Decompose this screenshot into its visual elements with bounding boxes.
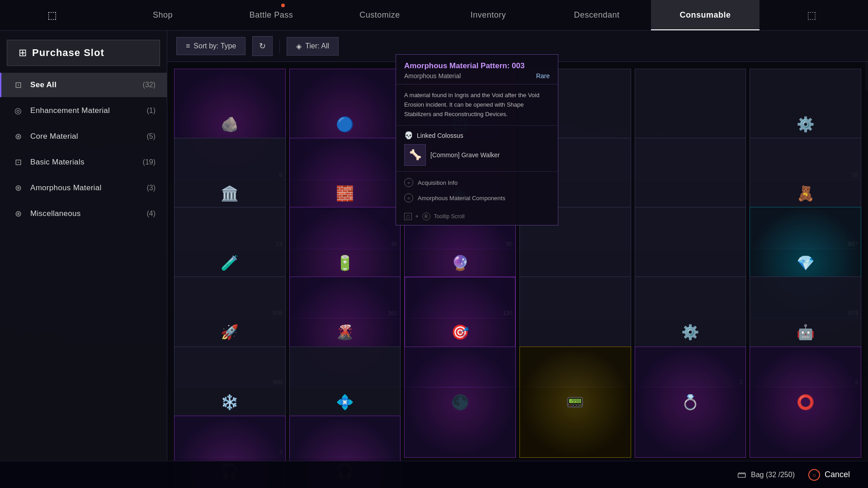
tooltip-popup: Amorphous Material Pattern: 003 Amorphou… xyxy=(396,54,558,225)
item-visual-14: 🔋 xyxy=(336,254,354,272)
nav-descendant-label: Descendant xyxy=(574,10,619,20)
grid-item-30[interactable]: ⭕ xyxy=(750,347,861,458)
linked-item-visual: 🦴 xyxy=(409,149,421,161)
bag-icon: 🗃 xyxy=(737,469,746,480)
sidebar-item-see-all[interactable]: ⊡ See All (32) xyxy=(0,73,167,97)
grid-item-29[interactable]: 💍 xyxy=(635,347,746,458)
tooltip-linked: 💀 Linked Colossus 🦴 [Common] Grave Walke… xyxy=(396,126,558,172)
tier-button[interactable]: ◈ Tier: All xyxy=(287,37,339,56)
tooltip-scroll-hint: □ + R Tooltip Scroll xyxy=(396,209,558,225)
nav-customize[interactable]: Customize xyxy=(326,0,434,30)
nav-consumable[interactable]: Consumable xyxy=(651,0,760,30)
l1-icon: ⬚ xyxy=(47,9,57,21)
item-visual-28: 📟 xyxy=(566,394,584,411)
bag-info: 🗃 Bag (32 /250) xyxy=(737,469,795,480)
tooltip-description: A material found in Ingris and the Void … xyxy=(396,84,558,126)
scroll-hint-text: Tooltip Scroll xyxy=(434,213,465,220)
tier-icon: ◈ xyxy=(296,42,302,51)
refresh-icon: ↻ xyxy=(259,41,266,51)
nav-inventory[interactable]: Inventory xyxy=(434,0,542,30)
cancel-button[interactable]: ○ Cancel xyxy=(808,469,850,481)
top-nav: ⬚ Shop Battle Pass Customize Inventory D… xyxy=(0,0,868,31)
item-visual-20: 🌋 xyxy=(336,324,354,341)
nav-battlepass[interactable]: Battle Pass xyxy=(217,0,326,30)
amorphous-icon: ⊛ xyxy=(13,183,24,193)
nav-shop-label: Shop xyxy=(153,10,173,20)
basic-count: (19) xyxy=(143,158,156,166)
enhancement-label: Enhancement Material xyxy=(30,106,146,115)
r1-icon: ⬚ xyxy=(807,9,817,21)
item-visual-27: 🌑 xyxy=(451,394,469,411)
item-visual-26: 💠 xyxy=(336,394,354,411)
sidebar-item-core[interactable]: ⊛ Core Material (5) xyxy=(0,124,167,149)
linked-title-text: Linked Colossus xyxy=(417,132,463,139)
toolbar-separator xyxy=(279,39,280,53)
scroll-hint-plus: + xyxy=(415,213,419,220)
acquisition-info-action[interactable]: ○ Acquisition Info xyxy=(404,176,550,189)
basic-icon: ⊡ xyxy=(13,157,24,167)
bag-label: Bag (32 /250) xyxy=(751,471,795,479)
item-visual-23: ⚙️ xyxy=(681,324,699,341)
tooltip-actions: ○ Acquisition Info ○ Amorphous Material … xyxy=(396,172,558,209)
sidebar-item-amorphous[interactable]: ⊛ Amorphous Material (3) xyxy=(0,176,167,200)
tooltip-subtitle-row: Amorphous Material Rare xyxy=(404,72,550,80)
see-all-icon: ⊡ xyxy=(13,80,24,90)
grid-item-27[interactable]: 🌑 xyxy=(404,347,516,458)
components-icon: ○ xyxy=(404,193,413,202)
item-visual-7: 🏛️ xyxy=(221,185,239,202)
core-label: Core Material xyxy=(30,132,146,141)
nav-inventory-label: Inventory xyxy=(471,10,506,20)
amorphous-count: (3) xyxy=(146,184,156,192)
see-all-count: (32) xyxy=(143,81,156,89)
enhancement-icon: ◎ xyxy=(13,106,24,116)
refresh-button[interactable]: ↻ xyxy=(252,36,273,56)
sidebar-title: Purchase Slot xyxy=(32,47,104,59)
sidebar-item-misc[interactable]: ⊛ Miscellaneous (4) xyxy=(0,202,167,226)
components-label: Amorphous Material Components xyxy=(418,195,505,202)
components-action[interactable]: ○ Amorphous Material Components xyxy=(404,192,550,204)
tier-label: Tier: All xyxy=(305,42,329,50)
cancel-label: Cancel xyxy=(825,470,850,479)
item-visual-13: 🧪 xyxy=(221,254,239,272)
misc-icon: ⊛ xyxy=(13,209,24,219)
item-visual-29: 💍 xyxy=(681,394,699,411)
basic-label: Basic Materials xyxy=(30,158,143,167)
sort-button[interactable]: ≡ Sort by: Type xyxy=(176,37,245,55)
nav-shop[interactable]: Shop xyxy=(108,0,217,30)
tooltip-title: Amorphous Material Pattern: 003 xyxy=(404,61,550,70)
sort-icon: ≡ xyxy=(186,42,190,50)
acquisition-label: Acquisition Info xyxy=(418,179,458,186)
tooltip-rarity: Rare xyxy=(536,72,550,80)
nav-customize-label: Customize xyxy=(359,10,400,20)
core-count: (5) xyxy=(146,132,156,141)
sidebar-item-enhancement[interactable]: ◎ Enhancement Material (1) xyxy=(0,99,167,123)
item-visual-18: 💎 xyxy=(797,254,815,272)
item-visual-6: ⚙️ xyxy=(797,116,815,133)
scroll-hint-key-left: □ xyxy=(404,213,412,220)
sort-label: Sort by: Type xyxy=(193,42,236,50)
cancel-circle-icon: ○ xyxy=(808,469,820,481)
item-visual-1: 🪨 xyxy=(221,116,239,133)
tooltip-subtitle: Amorphous Material xyxy=(404,72,461,80)
sidebar: ⊞ Purchase Slot ⊡ See All (32) ◎ Enhance… xyxy=(0,31,167,488)
linked-item-name: [Common] Grave Walker xyxy=(430,151,500,159)
enhancement-count: (1) xyxy=(146,107,156,115)
sidebar-header-icon: ⊞ xyxy=(19,47,27,59)
see-all-label: See All xyxy=(30,80,143,89)
bottom-bar: 🗃 Bag (32 /250) ○ Cancel xyxy=(0,461,868,488)
grid-item-28[interactable]: 📟 xyxy=(519,347,631,458)
battlepass-notification xyxy=(281,4,285,7)
nav-l1[interactable]: ⬚ xyxy=(0,0,108,30)
core-icon: ⊛ xyxy=(13,131,24,141)
misc-count: (4) xyxy=(146,210,156,218)
item-visual-21: 🎯 xyxy=(451,324,469,341)
nav-battlepass-label: Battle Pass xyxy=(250,10,293,20)
acquisition-icon: ○ xyxy=(404,178,413,187)
item-visual-2: 🔵 xyxy=(336,116,354,133)
item-visual-12: 🧸 xyxy=(797,185,815,202)
nav-descendant[interactable]: Descendant xyxy=(542,0,651,30)
item-visual-25: ❄️ xyxy=(221,394,239,411)
linked-colossus-icon: 💀 xyxy=(404,131,413,140)
sidebar-item-basic[interactable]: ⊡ Basic Materials (19) xyxy=(0,150,167,174)
nav-r1[interactable]: ⬚ xyxy=(760,0,868,30)
